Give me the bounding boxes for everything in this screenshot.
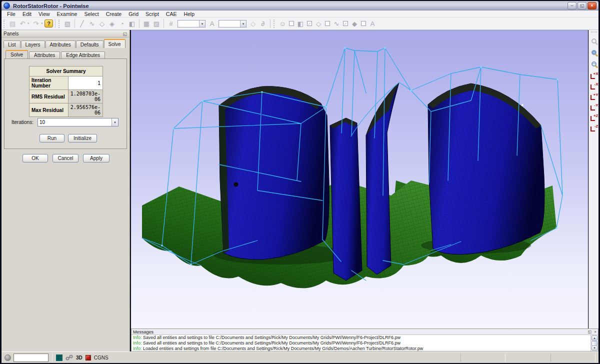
menu-help[interactable]: Help: [180, 10, 198, 18]
restore-button[interactable]: ◱: [578, 2, 586, 10]
tab-defaults[interactable]: Defaults: [76, 40, 104, 48]
messages-scrollbar[interactable]: ▲ ▼: [590, 335, 598, 351]
app-globe-icon: [4, 2, 10, 9]
apply-button[interactable]: Apply: [83, 154, 110, 162]
show-domains-icon[interactable]: ◇: [314, 18, 324, 28]
toolbar-grip[interactable]: [274, 20, 276, 28]
blocks-checkbox[interactable]: ✓: [307, 21, 312, 26]
dimension-combo[interactable]: ▾: [178, 20, 206, 28]
menu-select[interactable]: Select: [80, 10, 102, 18]
menu-create[interactable]: Create: [102, 10, 126, 18]
dimension-mode-label: 3D: [76, 355, 82, 360]
highlight-point-marker: [522, 104, 524, 106]
show-blocks-icon[interactable]: ◧: [296, 18, 306, 28]
solve-domain-icon[interactable]: ◇: [248, 18, 258, 28]
view-minus-x-button[interactable]: -X: [590, 82, 598, 90]
messages-float-icon[interactable]: ◱: [588, 330, 592, 334]
tab-layers[interactable]: Layers: [21, 40, 45, 48]
create-connector-icon[interactable]: ╱: [77, 18, 87, 28]
save-icon[interactable]: ▤: [8, 18, 18, 28]
create-domain-icon[interactable]: ◇: [97, 18, 107, 28]
scroll-up-icon[interactable]: ▲: [592, 336, 598, 340]
unstructured-grid-icon[interactable]: ▨: [152, 18, 162, 28]
dimension-combo-arrow-icon[interactable]: ▾: [199, 20, 205, 27]
view-plus-x-button[interactable]: +X: [590, 72, 598, 80]
undo-dropdown-icon[interactable]: ▾: [28, 22, 31, 26]
subtab-attributes[interactable]: Attributes: [29, 52, 60, 58]
panels-float-icon[interactable]: ◱: [122, 32, 127, 36]
run-button[interactable]: Run: [40, 134, 64, 142]
toolbar-separator: [74, 19, 75, 28]
trim-surface-icon[interactable]: ◔: [117, 18, 127, 28]
show-hide-mask-icon[interactable]: ☺: [278, 18, 288, 28]
subtab-solve[interactable]: Solve: [6, 50, 28, 58]
subtab-edge-attributes[interactable]: Edge Attributes: [61, 52, 105, 58]
title-bar[interactable]: RotorStatorRotor - Pointwise – ◱ ×: [2, 1, 598, 10]
connectors-checkbox[interactable]: ✓: [343, 21, 348, 26]
view-minus-y-button[interactable]: -Y: [590, 103, 598, 112]
log-line: Info: Saved all entities and settings to…: [132, 335, 590, 340]
domains-checkbox[interactable]: [325, 21, 330, 26]
undo-icon[interactable]: ↶: [18, 18, 28, 28]
create-block-icon[interactable]: ◧: [127, 18, 137, 28]
minimize-button[interactable]: –: [568, 2, 576, 10]
initialize-button[interactable]: Initialize: [68, 134, 97, 142]
spacing-icon[interactable]: A: [207, 18, 217, 28]
toolbar-grip[interactable]: [58, 20, 61, 28]
ok-button[interactable]: OK: [22, 154, 48, 162]
viewport-3d[interactable]: [131, 30, 588, 328]
menu-script[interactable]: Script: [142, 10, 162, 18]
menu-view[interactable]: View: [35, 10, 54, 18]
show-points-icon[interactable]: A: [368, 18, 378, 28]
partial-derivative-icon[interactable]: ∂: [258, 18, 268, 28]
close-button[interactable]: ×: [588, 2, 596, 10]
panels-header[interactable]: Panels ◱: [2, 30, 129, 38]
create-meshed-domain-icon[interactable]: ◈: [107, 18, 117, 28]
messages-close-icon[interactable]: ×: [594, 330, 596, 334]
show-connectors-icon[interactable]: ∿: [332, 18, 342, 28]
tab-list[interactable]: List: [4, 40, 20, 48]
zoom-icon[interactable]: [592, 38, 596, 44]
solver-summary-title: Solver Summary: [30, 66, 103, 76]
zoom-extents-icon[interactable]: [592, 50, 596, 55]
max-residual-value: 2.956576e-06: [68, 104, 102, 117]
view-plus-y-button[interactable]: +Y: [590, 92, 598, 101]
view-plus-z-button[interactable]: +Z: [590, 114, 598, 122]
zoom-actual-icon[interactable]: [592, 62, 596, 66]
dimension-icon[interactable]: #: [166, 18, 176, 28]
scroll-down-icon[interactable]: ▼: [592, 346, 598, 350]
tab-attributes[interactable]: Attributes: [46, 40, 76, 48]
iterations-label: Iterations:: [12, 120, 34, 125]
toolbar-grip[interactable]: [4, 20, 6, 28]
mask-checkbox[interactable]: [289, 21, 294, 26]
status-cell: [460, 354, 506, 362]
spacing-combo[interactable]: ▾: [218, 20, 246, 28]
redo-icon[interactable]: ↷: [31, 18, 41, 28]
spacing-combo-value: [219, 20, 240, 27]
structured-grid-icon[interactable]: ▦: [142, 18, 152, 28]
status-input[interactable]: [14, 354, 48, 362]
view-minus-z-button[interactable]: -Z: [590, 124, 598, 132]
selected-point-marker[interactable]: [234, 182, 238, 187]
menu-examine[interactable]: Examine: [54, 10, 81, 18]
help-icon[interactable]: ?: [44, 20, 53, 28]
iterations-dropdown-icon[interactable]: ▾: [112, 118, 118, 126]
database-checkbox[interactable]: [361, 21, 366, 26]
show-database-icon[interactable]: ◆: [350, 18, 360, 28]
menu-edit[interactable]: Edit: [19, 10, 35, 18]
menu-cae[interactable]: CAE: [162, 10, 180, 18]
tab-solve[interactable]: Solve: [104, 39, 126, 48]
iterations-input[interactable]: [38, 118, 112, 126]
cancel-button[interactable]: Cancel: [52, 154, 78, 162]
spacing-combo-arrow-icon[interactable]: ▾: [240, 20, 246, 27]
view-toolbar-grip[interactable]: [591, 32, 597, 34]
layers-icon[interactable]: ▧: [62, 18, 72, 28]
iterations-combo[interactable]: ▾: [38, 118, 118, 126]
messages-header[interactable]: Messages ◱ ×: [132, 329, 598, 335]
solve-panel-content: Solver Summary Iteration Number 1 RMS Re…: [4, 58, 127, 149]
menu-file[interactable]: File: [4, 10, 19, 18]
menu-grid[interactable]: Grid: [125, 10, 142, 18]
scene-canvas[interactable]: [131, 30, 588, 329]
redo-dropdown-icon[interactable]: ▾: [41, 22, 44, 26]
create-curve-icon[interactable]: ∿: [87, 18, 97, 28]
